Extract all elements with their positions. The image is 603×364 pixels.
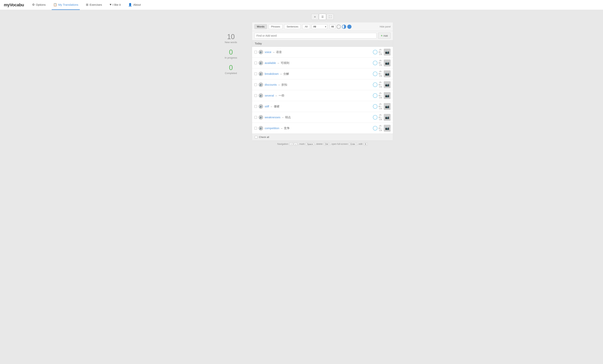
status-dot-weaknesses[interactable] bbox=[373, 115, 377, 120]
row-checkbox-competition[interactable] bbox=[254, 127, 257, 130]
filter-all-tab[interactable]: All bbox=[302, 24, 310, 29]
header: myVocabu ⚙ Options 📋 My Translations ⊞ E… bbox=[0, 0, 603, 10]
camera-button-several[interactable]: 📷 bbox=[384, 92, 391, 99]
word-en-competition: competition bbox=[265, 126, 279, 130]
language-select[interactable]: All English Chinese bbox=[312, 24, 327, 29]
completed-label: Completed bbox=[210, 72, 252, 75]
nav-my-translations[interactable]: 📋 My Translations bbox=[52, 0, 80, 10]
word-cn-discounts: 折扣 bbox=[281, 83, 287, 86]
word-en-discounts: discounts bbox=[265, 83, 277, 86]
new-words-value: 10 bbox=[210, 33, 252, 41]
status-full-circle[interactable] bbox=[347, 25, 351, 29]
nav-exercises[interactable]: ⊞ Exercises bbox=[84, 0, 104, 10]
word-text-weaknesses: weaknesses – 弱点 bbox=[265, 116, 371, 119]
row-checkbox-weaknesses[interactable] bbox=[254, 116, 257, 119]
word-sep-competition: – bbox=[281, 126, 282, 130]
row-checkbox-discounts[interactable] bbox=[254, 83, 257, 86]
status-dot-several[interactable] bbox=[373, 93, 377, 98]
row-checkbox-stiff[interactable] bbox=[254, 105, 257, 108]
word-cn-voice: 语音 bbox=[276, 50, 282, 54]
word-cn-weaknesses: 弱点 bbox=[285, 116, 291, 119]
down-key-badge: ↓ bbox=[294, 143, 297, 146]
camera-button-competition[interactable]: 📷 bbox=[384, 125, 391, 132]
status-empty-circle[interactable] bbox=[336, 25, 341, 29]
status-half-circle[interactable] bbox=[342, 25, 346, 29]
table-row: 🔊 competition – 竞争 zh- en→ CN 📷 bbox=[252, 123, 393, 134]
find-add-word-input[interactable] bbox=[254, 33, 376, 39]
plus-icon: + bbox=[381, 34, 383, 37]
navigation-hint: Navigation: ↑ ↓ , mark: Space , delete: … bbox=[252, 141, 393, 148]
row-actions-discounts: zh- en→ CN 📷 bbox=[373, 81, 391, 88]
audio-button-several[interactable]: 🔊 bbox=[259, 93, 263, 98]
audio-button-stiff[interactable]: 🔊 bbox=[259, 104, 263, 109]
check-all-label: Check all bbox=[259, 136, 269, 138]
add-word-button[interactable]: + Add bbox=[378, 33, 391, 39]
add-button-label: Add bbox=[383, 34, 388, 37]
language-select-wrapper: All English Chinese bbox=[312, 24, 327, 29]
completed-value: 0 bbox=[210, 64, 252, 72]
table-row: 🔊 voice – 语音 zh- en→ CN 📷 bbox=[252, 47, 393, 58]
row-actions-stiff: zh- en→ CN 📷 bbox=[373, 103, 391, 110]
nav-exercises-label: Exercises bbox=[90, 3, 102, 6]
nav-options[interactable]: ⚙ Options bbox=[31, 0, 47, 10]
word-en-breakdown: breakdown bbox=[265, 72, 278, 75]
sidebar: 10 New words 0 In progress 0 Completed bbox=[210, 14, 252, 148]
check-all-footer: Check all bbox=[252, 134, 393, 140]
row-actions-weaknesses: zh- en→ CN 📷 bbox=[373, 114, 391, 121]
view-list-simple-button[interactable]: ≡ bbox=[311, 14, 318, 20]
status-dot-available[interactable] bbox=[373, 61, 377, 65]
word-en-weaknesses: weaknesses bbox=[265, 116, 280, 119]
camera-button-breakdown[interactable]: 📷 bbox=[384, 70, 391, 77]
camera-button-stiff[interactable]: 📷 bbox=[384, 103, 391, 110]
word-sep-voice: – bbox=[273, 50, 274, 54]
table-row: 🔊 stiff – 僵硬 zh- en→ CN 📷 bbox=[252, 101, 393, 112]
row-checkbox-available[interactable] bbox=[254, 62, 257, 64]
word-text-discounts: discounts – 折扣 bbox=[265, 83, 371, 87]
stat-in-progress: 0 In progress bbox=[210, 48, 252, 59]
filter-sentences-tab[interactable]: Sentences bbox=[284, 24, 301, 29]
audio-button-competition[interactable]: 🔊 bbox=[259, 126, 263, 130]
row-actions-competition: zh- en→ CN 📷 bbox=[373, 125, 391, 132]
status-all-button[interactable]: All bbox=[330, 25, 336, 29]
camera-button-available[interactable]: 📷 bbox=[384, 59, 391, 66]
word-en-stiff: stiff bbox=[265, 105, 269, 108]
status-dot-breakdown[interactable] bbox=[373, 71, 377, 76]
word-text-competition: competition – 竞争 bbox=[265, 126, 371, 130]
camera-button-voice[interactable]: 📷 bbox=[384, 49, 391, 56]
view-list-detail-button[interactable]: ☰ bbox=[319, 14, 326, 20]
camera-button-discounts[interactable]: 📷 bbox=[384, 81, 391, 88]
status-dot-competition[interactable] bbox=[373, 126, 377, 130]
status-dot-stiff[interactable] bbox=[373, 104, 377, 109]
filter-words-tab[interactable]: Words bbox=[254, 24, 267, 29]
camera-button-weaknesses[interactable]: 📷 bbox=[384, 114, 391, 121]
hide-panel-button[interactable]: Hide panel bbox=[380, 25, 391, 28]
audio-button-weaknesses[interactable]: 🔊 bbox=[259, 115, 263, 120]
lang-arrow-voice: en→ bbox=[379, 51, 383, 53]
nav-about[interactable]: 👤 About bbox=[127, 0, 142, 10]
nav-hint-prefix: Navigation: bbox=[277, 143, 289, 145]
word-text-voice: voice – 语音 bbox=[265, 50, 371, 54]
audio-button-discounts[interactable]: 🔊 bbox=[259, 82, 263, 87]
audio-button-available[interactable]: 🔊 bbox=[259, 61, 263, 65]
nav-my-translations-label: My Translations bbox=[58, 3, 78, 6]
audio-button-breakdown[interactable]: 🔊 bbox=[259, 71, 263, 76]
row-checkbox-breakdown[interactable] bbox=[254, 72, 257, 75]
row-checkbox-several[interactable] bbox=[254, 94, 257, 97]
filter-phrases-tab[interactable]: Phrases bbox=[268, 24, 283, 29]
view-toggles: ≡ ☰ ⛶ bbox=[252, 14, 393, 20]
vocabulary-panel: Words Phrases Sentences All All English … bbox=[252, 22, 393, 141]
word-sep-available: – bbox=[278, 61, 279, 65]
content-area: ≡ ☰ ⛶ Words Phrases Sentences All All En… bbox=[252, 14, 393, 148]
view-fullscreen-button[interactable]: ⛶ bbox=[326, 14, 334, 20]
check-all-checkbox[interactable] bbox=[255, 136, 257, 138]
word-en-several: several bbox=[265, 94, 274, 97]
status-dot-discounts[interactable] bbox=[373, 82, 377, 87]
lang-badge-discounts: zh- en→ CN bbox=[379, 81, 383, 88]
word-list: 🔊 voice – 语音 zh- en→ CN 📷 bbox=[252, 47, 393, 134]
row-checkbox-voice[interactable] bbox=[254, 51, 257, 53]
main-container: 10 New words 0 In progress 0 Completed ≡… bbox=[0, 10, 603, 151]
status-dot-voice[interactable] bbox=[373, 50, 377, 54]
row-actions-available: zh- en→ CN 📷 bbox=[373, 59, 391, 66]
nav-i-like-it[interactable]: ♥ I like it bbox=[108, 0, 122, 10]
audio-button-voice[interactable]: 🔊 bbox=[259, 50, 263, 54]
